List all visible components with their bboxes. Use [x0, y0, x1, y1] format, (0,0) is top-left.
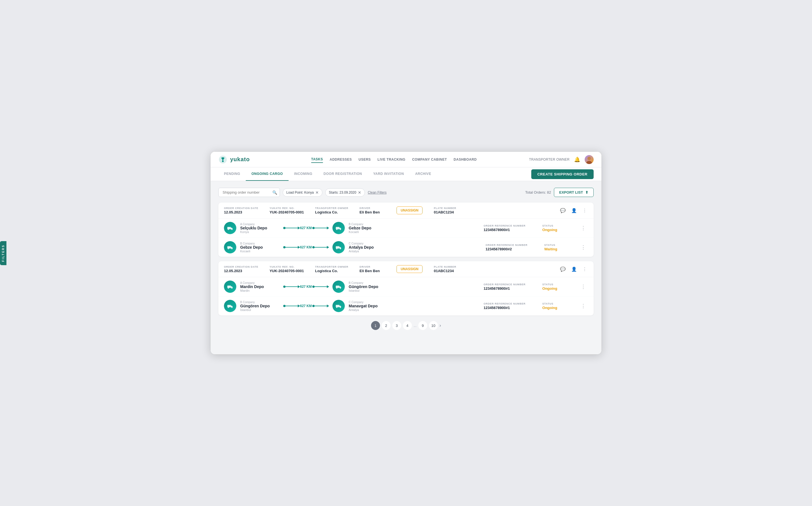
to-city-1-2: Antalya	[349, 250, 388, 253]
from-depot-2-1: Mardin Depo	[240, 284, 279, 289]
more-options-button-2[interactable]: ⋮	[581, 265, 588, 273]
truck-icon-2-1	[224, 280, 236, 293]
transporter-label-1: TRANSPORTER OWNER	[315, 207, 348, 209]
row-more-button-2-2[interactable]: ⋮	[579, 302, 588, 310]
pagination-next-button[interactable]: ›	[440, 323, 441, 328]
nav-addresses[interactable]: ADDRESSES	[330, 157, 352, 163]
transporter-label-2: TRANSPORTER OWNER	[315, 265, 348, 268]
from-depot-1-2: Gebze Depo	[240, 245, 279, 250]
search-icon: 🔍	[272, 190, 277, 195]
nav-company-cabinet[interactable]: COMPANY CABINET	[412, 157, 447, 163]
svg-point-9	[340, 229, 341, 230]
page-btn-10[interactable]: 10	[429, 321, 438, 330]
svg-point-18	[231, 288, 233, 289]
comment-icon-button-1[interactable]: 💬	[559, 207, 567, 214]
load-point-chip-close[interactable]: ✕	[315, 190, 319, 195]
creation-date-value-2: 12.05.2023	[224, 269, 259, 273]
tab-archive[interactable]: ARCHIVE	[410, 167, 437, 181]
load-point-chip-label: Load Point: Konya	[286, 190, 314, 194]
tab-door-registration[interactable]: DOOR REGISTRATION	[318, 167, 368, 181]
arrow-line-right-4	[313, 306, 327, 306]
main-nav: TASKS ADDRESSES USERS LIVE TRACKING COMP…	[311, 156, 477, 163]
notification-bell-icon[interactable]: 🔔	[574, 157, 580, 163]
status-label-1-2: STATUS	[544, 244, 557, 246]
row-more-button-1-1[interactable]: ⋮	[579, 224, 588, 232]
ref-field-1-2: ORDER REFERENCE NUMBER 12345678900#2	[486, 244, 527, 251]
transporter-value-1: Logistica Co.	[315, 210, 348, 214]
route-row-1-1: A Company Selçuklu Depo Konya 627 KM	[218, 219, 594, 238]
svg-point-23	[228, 307, 229, 308]
ref-field-1-1: ORDER REFERENCE NUMBER 12345678900#1	[484, 224, 525, 232]
unassign-button-2[interactable]: UNASSIGN	[396, 265, 423, 273]
export-icon: ⬆	[585, 190, 588, 194]
yukato-logo-icon	[218, 155, 227, 164]
load-point-chip[interactable]: Load Point: Konya ✕	[283, 188, 322, 197]
logo-text: yukato	[230, 156, 250, 163]
tab-ongoing-cargo[interactable]: ONGOING CARGO	[246, 167, 289, 181]
route-dest-2-2: C Company Manavgat Depo Antalya	[349, 301, 388, 312]
svg-rect-13	[336, 246, 340, 248]
status-field-2-2: STATUS Ongoing	[542, 302, 557, 310]
status-value-1-2: Waiting	[544, 247, 557, 251]
from-depot-2-2: Güngören Depo	[240, 304, 279, 308]
starts-date-chip-close[interactable]: ✕	[358, 190, 361, 195]
search-input[interactable]	[218, 188, 280, 197]
unassign-button-1[interactable]: UNASSIGN	[396, 206, 423, 214]
svg-rect-19	[336, 285, 340, 288]
status-field-2-1: STATUS Ongoing	[542, 283, 557, 290]
order-ref-section-2-2: ORDER REFERENCE NUMBER 12345678900#1 STA…	[484, 302, 588, 310]
tab-incoming[interactable]: INCOMING	[289, 167, 318, 181]
page-btn-2[interactable]: 2	[382, 321, 391, 330]
route-arrow-2-2: 627 KM	[284, 304, 327, 308]
page-btn-1[interactable]: 1	[371, 321, 380, 330]
export-list-button[interactable]: EXPORT LIST ⬆	[554, 188, 594, 197]
clean-filters-button[interactable]: Clean Filters	[368, 190, 386, 194]
tab-pending[interactable]: PENDING	[218, 167, 246, 181]
order-ref-section-2-1: ORDER REFERENCE NUMBER 12345678900#1 STA…	[484, 282, 588, 291]
plate-label-1: PLATE NUMBER	[434, 207, 456, 209]
route-dest-2-1: B Company Güngören Depo İstanbul	[349, 281, 388, 292]
filters-sidebar-tab[interactable]: FILTERS	[0, 241, 6, 265]
nav-users[interactable]: USERS	[359, 157, 371, 163]
svg-point-14	[337, 248, 338, 250]
arrow-line-3	[284, 286, 298, 287]
plate-value-2: 01ABC1234	[434, 269, 456, 273]
row-more-button-1-2[interactable]: ⋮	[579, 243, 588, 251]
user-avatar[interactable]	[585, 155, 594, 164]
starts-date-chip[interactable]: Starts: 23.09.2020 ✕	[325, 188, 365, 197]
search-wrap: 🔍	[218, 188, 280, 197]
person-icon-button-1[interactable]: 👤	[570, 207, 578, 214]
svg-point-17	[228, 288, 229, 289]
ref-no-value-1: YUK-20240705-0001	[270, 210, 304, 214]
order-header-actions-2: 💬 👤 ⋮	[559, 265, 588, 273]
page-btn-4[interactable]: 4	[403, 321, 412, 330]
comment-icon-button-2[interactable]: 💬	[559, 265, 567, 273]
logo-area: yukato	[218, 155, 250, 164]
svg-rect-16	[227, 285, 231, 288]
route-origin-1-2: B Company Gebze Depo Kocaeli	[240, 242, 279, 253]
sub-nav-tabs: PENDING ONGOING CARGO INCOMING DOOR REGI…	[218, 167, 437, 181]
nav-dashboard[interactable]: DASHBOARD	[453, 157, 477, 163]
nav-tasks[interactable]: TASKS	[311, 156, 323, 163]
truck-icon-1-1	[224, 222, 236, 234]
svg-point-27	[340, 307, 341, 308]
row-more-button-2-1[interactable]: ⋮	[579, 282, 588, 291]
order-creation-date-field-2: ORDER CREATION DATE 12.05.2023	[224, 265, 259, 273]
status-label-2-2: STATUS	[542, 302, 557, 305]
tab-yard-invitation[interactable]: YARD INVITATION	[368, 167, 410, 181]
arrow-line-right-icon	[313, 228, 327, 228]
page-btn-9[interactable]: 9	[418, 321, 427, 330]
to-city-2-1: İstanbul	[349, 289, 388, 292]
more-options-button-1[interactable]: ⋮	[581, 207, 588, 214]
order-creation-date-field-1: ORDER CREATION DATE 12.05.2023	[224, 207, 259, 214]
page-btn-3[interactable]: 3	[392, 321, 401, 330]
to-city-1-1: Kocaeli	[349, 230, 388, 234]
arrow-line-2	[284, 247, 298, 248]
route-origin-1-1: A Company Selçuklu Depo Konya	[240, 223, 279, 234]
nav-live-tracking[interactable]: LIVE TRACKING	[377, 157, 405, 163]
create-shipping-order-button[interactable]: CREATE SHIPPING ORDER	[531, 169, 594, 179]
ref-field-value-2-1: 12345678900#1	[484, 286, 525, 290]
route-origin-2-2: B Company Güngören Depo İstanbul	[240, 301, 279, 312]
person-icon-button-2[interactable]: 👤	[570, 265, 578, 273]
plate-value-1: 01ABC1234	[434, 210, 456, 214]
